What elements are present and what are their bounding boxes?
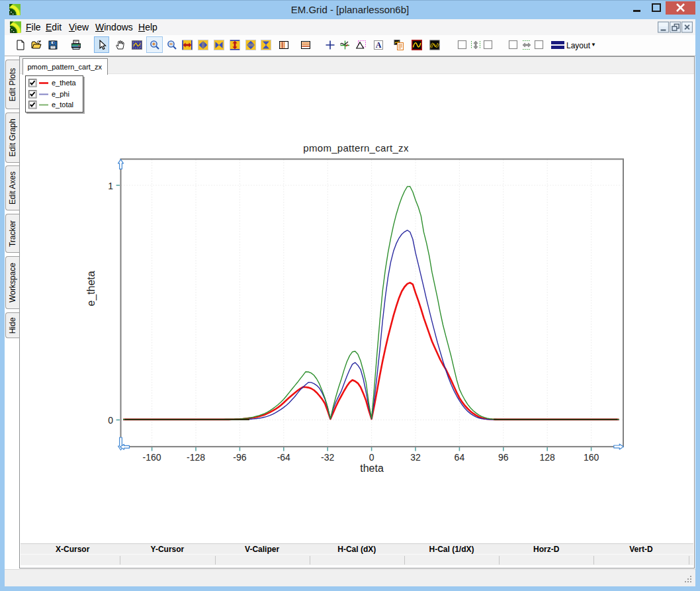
svg-text:A: A xyxy=(376,40,382,50)
